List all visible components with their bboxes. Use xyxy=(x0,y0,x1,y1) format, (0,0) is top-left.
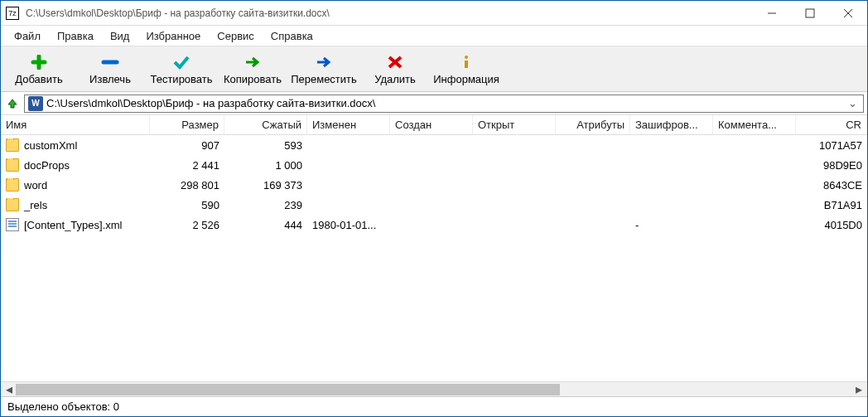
test-button[interactable]: Тестировать xyxy=(148,49,215,89)
test-label: Тестировать xyxy=(150,73,212,85)
delete-button[interactable]: Удалить xyxy=(362,49,428,89)
status-text: Выделено объектов: 0 xyxy=(7,400,119,413)
copy-label: Копировать xyxy=(224,73,282,85)
up-arrow-icon xyxy=(6,97,19,110)
folder-icon xyxy=(6,138,19,152)
col-enc[interactable]: Зашифров... xyxy=(630,115,713,134)
file-name: docProps xyxy=(24,159,70,172)
cell: 907 xyxy=(150,139,224,152)
file-name: [Content_Types].xml xyxy=(24,219,123,231)
chevron-down-icon[interactable]: ⌄ xyxy=(845,97,860,109)
x-icon xyxy=(386,53,404,71)
cell: 593 xyxy=(224,139,307,152)
menubar: Файл Правка Вид Избранное Сервис Справка xyxy=(1,26,867,46)
arrow-right-green-icon xyxy=(244,53,262,71)
col-accessed[interactable]: Открыт xyxy=(473,115,556,134)
cell: 98D9E0 xyxy=(796,159,867,172)
file-list: Имя Размер Сжатый Изменен Создан Открыт … xyxy=(1,115,867,381)
cell: 4015D0 xyxy=(796,219,867,231)
move-label: Переместить xyxy=(291,73,357,85)
minimize-button[interactable] xyxy=(753,1,791,26)
cell: 239 xyxy=(224,199,307,211)
col-size[interactable]: Размер xyxy=(150,115,224,134)
cell: 2 526 xyxy=(150,219,224,231)
move-button[interactable]: Переместить xyxy=(291,49,357,89)
file-name: _rels xyxy=(24,199,47,211)
cell: 1980-01-01... xyxy=(307,219,390,231)
check-icon xyxy=(172,53,190,71)
folder-icon xyxy=(6,178,19,192)
cell: B71A91 xyxy=(796,199,867,211)
folder-icon xyxy=(6,198,19,211)
col-name[interactable]: Имя xyxy=(1,115,150,134)
path-combobox[interactable]: W C:\Users\dmkol\Desktop\Бриф - на разра… xyxy=(24,95,864,113)
folder-icon xyxy=(6,158,19,172)
info-button[interactable]: Информация xyxy=(433,49,499,89)
cell: 298 801 xyxy=(150,179,224,192)
menu-edit[interactable]: Правка xyxy=(49,28,102,44)
up-button[interactable] xyxy=(4,95,21,112)
path-value: C:\Users\dmkol\Desktop\Бриф - на разрабо… xyxy=(43,97,845,109)
cell: 1071A57 xyxy=(796,139,867,152)
horizontal-scrollbar[interactable]: ◂ ▸ xyxy=(1,381,867,396)
cell: 169 373 xyxy=(224,179,307,192)
cell: 2 441 xyxy=(150,159,224,172)
cell: 590 xyxy=(150,199,224,211)
table-row[interactable]: customXml9075931071A57 xyxy=(1,135,867,155)
word-doc-icon: W xyxy=(28,96,43,111)
file-name: word xyxy=(24,179,47,192)
scroll-track[interactable] xyxy=(16,384,852,395)
close-button[interactable] xyxy=(829,1,867,26)
add-label: Добавить xyxy=(15,73,62,85)
table-row[interactable]: _rels590239B71A91 xyxy=(1,195,867,215)
col-packed[interactable]: Сжатый xyxy=(224,115,307,134)
plus-icon xyxy=(30,53,48,71)
svg-rect-1 xyxy=(806,9,814,17)
svg-point-7 xyxy=(465,56,468,59)
table-row[interactable]: word298 801169 3738643CE xyxy=(1,175,867,195)
app-7z-icon: 7z xyxy=(6,7,19,20)
scroll-left-icon[interactable]: ◂ xyxy=(2,383,16,396)
delete-label: Удалить xyxy=(374,73,416,85)
window-controls xyxy=(753,1,867,26)
menu-favorites[interactable]: Избранное xyxy=(137,28,209,44)
minus-icon xyxy=(101,53,119,71)
statusbar: Выделено объектов: 0 xyxy=(1,396,867,416)
cell: 8643CE xyxy=(796,179,867,192)
maximize-button[interactable] xyxy=(791,1,829,26)
extract-button[interactable]: Извлечь xyxy=(77,49,143,89)
copy-button[interactable]: Копировать xyxy=(219,49,286,89)
add-button[interactable]: Добавить xyxy=(6,49,72,89)
scroll-right-icon[interactable]: ▸ xyxy=(852,383,866,396)
col-modified[interactable]: Изменен xyxy=(307,115,390,134)
menu-help[interactable]: Справка xyxy=(263,28,321,44)
col-attr[interactable]: Атрибуты xyxy=(556,115,630,134)
table-row[interactable]: docProps2 4411 00098D9E0 xyxy=(1,155,867,175)
svg-rect-8 xyxy=(465,61,468,68)
scroll-thumb[interactable] xyxy=(16,384,560,395)
window-title: C:\Users\dmkol\Desktop\Бриф - на разрабо… xyxy=(26,7,753,19)
pathbar: W C:\Users\dmkol\Desktop\Бриф - на разра… xyxy=(1,92,867,115)
info-icon xyxy=(457,53,475,71)
cell: 444 xyxy=(224,219,307,231)
file-icon xyxy=(6,218,19,231)
toolbar: Добавить Извлечь Тестировать Копировать … xyxy=(1,46,867,92)
column-headers: Имя Размер Сжатый Изменен Создан Открыт … xyxy=(1,115,867,135)
file-name: customXml xyxy=(24,139,77,152)
table-row[interactable]: [Content_Types].xml2 5264441980-01-01...… xyxy=(1,215,867,235)
menu-view[interactable]: Вид xyxy=(102,28,138,44)
col-created[interactable]: Создан xyxy=(390,115,473,134)
info-label: Информация xyxy=(433,73,499,85)
cell: 1 000 xyxy=(224,159,307,172)
titlebar: 7z C:\Users\dmkol\Desktop\Бриф - на разр… xyxy=(1,1,867,26)
col-comment[interactable]: Коммента... xyxy=(713,115,796,134)
cell: - xyxy=(630,219,713,231)
extract-label: Извлечь xyxy=(89,73,131,85)
arrow-right-blue-icon xyxy=(315,53,333,71)
menu-file[interactable]: Файл xyxy=(6,28,49,44)
col-crc[interactable]: CR xyxy=(796,115,867,134)
file-rows: customXml9075931071A57docProps2 4411 000… xyxy=(1,135,867,381)
menu-tools[interactable]: Сервис xyxy=(209,28,263,44)
